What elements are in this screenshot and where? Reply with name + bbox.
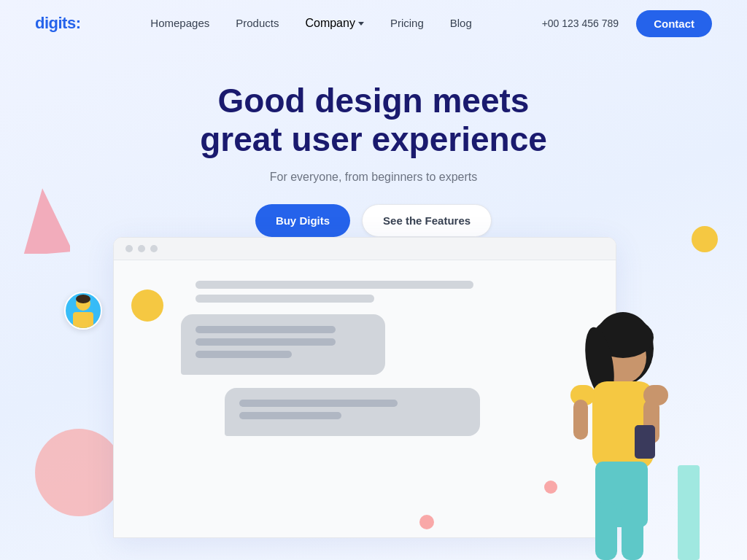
bubble-line-3 bbox=[196, 351, 292, 358]
svg-rect-16 bbox=[622, 502, 643, 560]
contact-button[interactable]: Contact bbox=[636, 10, 712, 37]
browser-bar bbox=[114, 238, 616, 260]
person-illustration bbox=[550, 312, 689, 560]
nav-pricing[interactable]: Pricing bbox=[390, 17, 424, 29]
hero-section: Good design meets great user experience … bbox=[0, 47, 747, 237]
nav-links: Homepages Products Company Pricing Blog bbox=[150, 17, 471, 30]
nav-right: +00 123 456 789 Contact bbox=[542, 10, 712, 37]
browser-dot-2 bbox=[138, 245, 145, 252]
browser-dot-3 bbox=[150, 245, 158, 252]
phone-number: +00 123 456 789 bbox=[542, 18, 619, 29]
nav-homepages[interactable]: Homepages bbox=[150, 17, 209, 29]
avatar bbox=[64, 292, 102, 330]
bubble-line-1 bbox=[196, 326, 336, 333]
logo[interactable]: digits: bbox=[35, 14, 81, 33]
content-lines bbox=[196, 281, 592, 303]
buy-button[interactable]: Buy Digits bbox=[255, 204, 350, 237]
pink-circle-shape bbox=[35, 429, 123, 516]
pink-dot-bottom bbox=[419, 515, 434, 529]
yellow-dot-decoration bbox=[131, 289, 163, 322]
triangle-shape bbox=[20, 188, 70, 254]
nav-company[interactable]: Company bbox=[305, 17, 363, 30]
yellow-circle-shape bbox=[692, 226, 718, 252]
svg-point-2 bbox=[76, 295, 90, 303]
navbar: digits: Homepages Products Company Prici… bbox=[0, 0, 747, 47]
svg-rect-3 bbox=[73, 312, 93, 328]
hero-headline: Good design meets great user experience bbox=[0, 82, 747, 159]
chat-bubble-1 bbox=[181, 314, 385, 375]
browser-content bbox=[114, 260, 616, 537]
content-line-2 bbox=[196, 295, 374, 303]
browser-dot-1 bbox=[125, 245, 133, 252]
chevron-down-icon bbox=[358, 22, 364, 26]
hero-buttons: Buy Digits See the Features bbox=[0, 204, 747, 237]
chat-bubble-2 bbox=[225, 388, 480, 436]
logo-accent: : bbox=[76, 14, 81, 32]
nav-products[interactable]: Products bbox=[236, 17, 279, 29]
logo-text: digits bbox=[35, 14, 76, 32]
avatar-icon bbox=[67, 292, 99, 328]
bubble2-line-1 bbox=[239, 400, 398, 407]
bubble-line-2 bbox=[196, 338, 336, 346]
nav-blog[interactable]: Blog bbox=[450, 17, 472, 29]
hero-subtext: For everyone, from beginners to experts bbox=[0, 171, 747, 184]
bubble2-line-2 bbox=[239, 412, 341, 419]
svg-rect-15 bbox=[595, 502, 617, 560]
browser-window bbox=[113, 237, 616, 538]
content-line-1 bbox=[196, 281, 473, 289]
svg-marker-0 bbox=[20, 188, 70, 254]
features-button[interactable]: See the Features bbox=[362, 204, 492, 237]
svg-rect-13 bbox=[635, 425, 655, 459]
browser-mockup bbox=[113, 237, 616, 538]
svg-rect-12 bbox=[573, 400, 588, 440]
